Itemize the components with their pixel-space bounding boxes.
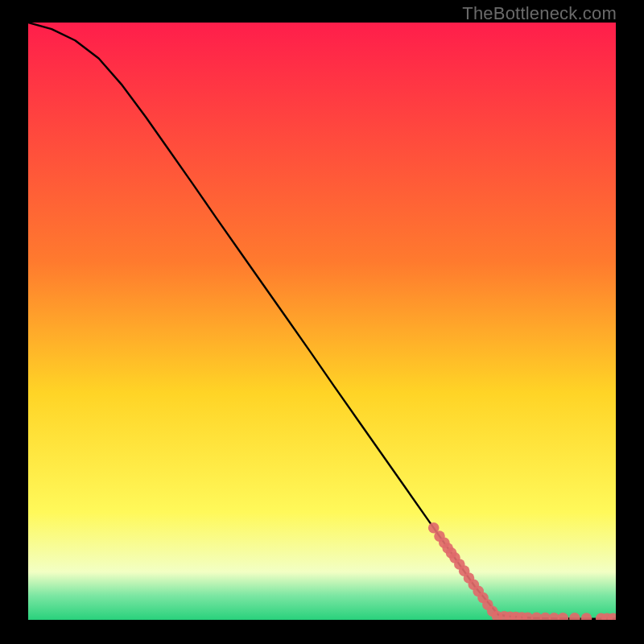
plot-frame — [28, 23, 616, 620]
svg-point-25 — [569, 613, 580, 620]
curve-line — [28, 23, 616, 619]
watermark-text: TheBottleneck.com — [462, 3, 617, 24]
highlight-points — [428, 522, 616, 620]
svg-point-26 — [581, 613, 592, 620]
plot-svg — [28, 23, 616, 620]
svg-point-24 — [558, 613, 569, 620]
chart-stage: TheBottleneck.com — [0, 0, 644, 644]
